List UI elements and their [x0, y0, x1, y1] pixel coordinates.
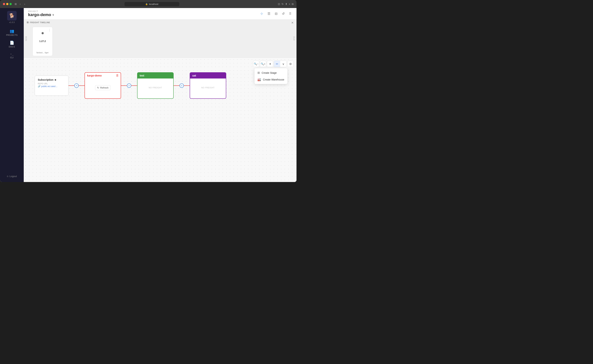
sync-off-icon: ⊘ [76, 84, 78, 87]
line-3b [184, 85, 190, 86]
freight-button[interactable]: ☰ [267, 11, 271, 16]
pipeline-toolbar: 🔍− 🔍+ ✦ ✏ ∨ ⚙ [253, 61, 293, 67]
pipeline-view-button[interactable]: ⊹ [260, 11, 264, 16]
line-1b [79, 85, 85, 86]
test-body: NO FREIGHT [137, 78, 173, 97]
target-icon-2: ◎ [181, 84, 182, 87]
uat-title: uat [192, 74, 196, 77]
sidebar-toggle-button[interactable]: ⊞ [15, 3, 17, 6]
create-stage-label: Create Stage [262, 71, 277, 74]
lock-icon: 🔒 [145, 3, 148, 5]
address-bar: 🔒 localhost [28, 2, 275, 6]
project-name-text: kargo-demo [28, 13, 51, 17]
connector-1: ⊘ [68, 84, 85, 88]
uat-header: uat [190, 73, 226, 78]
timeline-title: FREIGHT TIMELINE [30, 21, 50, 24]
refresh-browser-icon[interactable]: ↻ [281, 3, 284, 6]
pipeline-canvas[interactable]: 🔍− 🔍+ ✦ ✏ ∨ ⚙ [24, 58, 297, 182]
edit-button[interactable]: ✏ [274, 61, 280, 67]
freight-timeline: ⊞ FREIGHT TIMELINE ✕ NEW OLD ⋮ ⎈ 1.27.2 … [24, 20, 297, 58]
logout-button[interactable]: ⎋ Logout [4, 173, 20, 179]
zoom-in-icon: 🔍+ [261, 62, 265, 65]
connector-3: ◎ [174, 84, 190, 88]
kargo-demo-body: ↻ Refresh [85, 78, 121, 97]
test-node[interactable]: test NO FREIGHT [137, 72, 174, 99]
link-icon: 🔗 [38, 85, 40, 88]
fullscreen-traffic-light[interactable] [9, 3, 12, 5]
share-icon[interactable]: ⬆ [285, 3, 287, 6]
repo-url-text: public.ecr.aws/... [41, 85, 58, 88]
refresh-button[interactable]: ↻ Refresh [95, 85, 111, 90]
minimize-traffic-light[interactable] [6, 3, 8, 5]
edit-dropdown-button[interactable]: ∨ [280, 61, 287, 67]
projects-icon: 👥 [10, 29, 14, 33]
connector-circle-2: ◎ [127, 84, 131, 88]
helm-icon: ⎈ [41, 31, 44, 35]
back-button[interactable]: ‹ [19, 2, 21, 6]
line-1a [68, 85, 74, 86]
uat-node[interactable]: uat NO FREIGHT [190, 72, 226, 99]
subscription-name: Subscription [38, 78, 53, 81]
create-stage-icon: ⊞ [257, 71, 260, 74]
sidebar-item-docs[interactable]: 📄 DOCS [0, 39, 24, 50]
create-dropdown-menu: ⊞ Create Stage 🏭 Create Warehouse [254, 68, 287, 84]
subscription-helm-icon: ⎈ [55, 78, 56, 81]
subscription-title: Subscription ⎈ [38, 78, 65, 81]
freight-card-menu-button[interactable]: ⋮ [48, 28, 51, 32]
uat-body: NO FREIGHT [190, 78, 226, 97]
kargo-demo-node[interactable]: kargo-demo 🗄 ↻ Refresh [85, 72, 121, 99]
kargo-demo-header: kargo-demo 🗄 [85, 73, 121, 78]
docs-icon: 📄 [10, 40, 14, 45]
test-header: test [137, 73, 173, 78]
test-title: test [140, 74, 144, 77]
users-button[interactable]: ⠿ [288, 11, 292, 16]
zoom-out-icon: 🔍− [254, 62, 258, 65]
freight-name: fantast... tiger [37, 50, 49, 54]
forward-button[interactable]: › [24, 2, 26, 6]
chevron-down-icon: ∨ [282, 62, 284, 66]
line-3a [174, 85, 179, 86]
zoom-in-button[interactable]: 🔍+ [260, 61, 266, 67]
create-stage-item[interactable]: ⊞ Create Stage [254, 69, 287, 76]
kargo-demo-action-button[interactable]: 🗄 [116, 74, 118, 77]
layout-button[interactable]: ✦ [267, 61, 273, 67]
app-container: 🐕 v1.0.3 👥 PROJECTS 📄 DOCS ›_ CLI ⎋ Logo… [0, 8, 297, 182]
main-content: PROJECT kargo-demo ∨ ⊹ ☰ ⊟ ↺ ⠿ ⊞ FREIGHT… [24, 8, 297, 182]
address-bar-inner[interactable]: 🔒 localhost [124, 2, 179, 6]
connector-circle-1: ⊘ [74, 84, 79, 88]
new-label: NEW [25, 36, 27, 41]
address-text: localhost [149, 3, 158, 6]
cast-icon[interactable]: ⊡ [278, 3, 280, 6]
create-warehouse-item[interactable]: 🏭 Create Warehouse [254, 76, 287, 83]
sidebar-projects-label: PROJECTS [6, 34, 18, 36]
freight-card[interactable]: ⋮ ⎈ 1.27.2 fantast... tiger [33, 27, 52, 56]
timeline-close-button[interactable]: ✕ [291, 21, 293, 25]
stages-button[interactable]: ⊟ [274, 11, 278, 16]
sidebar-cli-label: CLI [10, 56, 14, 58]
line-2b [131, 85, 137, 86]
settings-panel-button[interactable]: ⚙ [287, 61, 293, 67]
sidebar-nav: 👥 PROJECTS 📄 DOCS ›_ CLI [0, 27, 24, 60]
refresh-icon: ↻ [97, 86, 99, 89]
header-left: PROJECT kargo-demo ∨ [28, 10, 260, 17]
project-dropdown-arrow[interactable]: ∨ [52, 13, 54, 16]
old-label: OLD [293, 36, 295, 41]
new-tab-icon[interactable]: + [289, 3, 290, 6]
browser-chrome: ⊞ ‹ › 🔒 localhost ⊡ ↻ ⬆ + ⧉ [0, 0, 297, 8]
sidebar-item-cli[interactable]: ›_ CLI [0, 50, 24, 60]
edit-icon: ✏ [276, 62, 278, 66]
uat-no-freight: NO FREIGHT [201, 86, 215, 89]
subscription-node[interactable]: Subscription ⎈ REPO URL 🔗 public.ecr.aws… [35, 76, 68, 96]
line-2a [121, 85, 127, 86]
freight-version: 1.27.2 [39, 40, 46, 43]
zoom-out-button[interactable]: 🔍− [253, 61, 259, 67]
close-traffic-light[interactable] [3, 3, 5, 5]
history-button[interactable]: ↺ [281, 11, 285, 16]
timeline-icon: ⊞ [27, 21, 29, 24]
kargo-demo-title: kargo-demo [87, 74, 102, 77]
test-no-freight: NO FREIGHT [149, 86, 162, 89]
duplicate-icon[interactable]: ⧉ [292, 3, 293, 6]
sidebar-item-projects[interactable]: 👥 PROJECTS [0, 27, 24, 38]
freight-items: ⋮ ⎈ 1.27.2 fantast... tiger [33, 27, 52, 56]
browser-right-controls: ⊡ ↻ ⬆ + ⧉ [278, 3, 293, 6]
